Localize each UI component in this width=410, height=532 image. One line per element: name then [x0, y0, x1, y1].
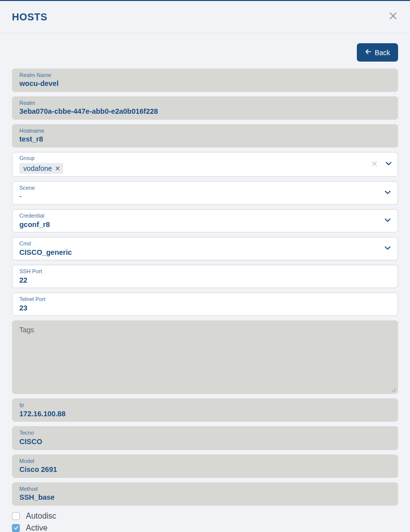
chevron-down-icon	[385, 159, 393, 169]
realm-field: Realm 3eba070a-cbbe-447e-abb0-e2a0b016f2…	[12, 96, 398, 120]
tags-field[interactable]: Tags	[12, 320, 398, 394]
resize-handle[interactable]	[390, 385, 397, 392]
ip-label: Ip	[19, 402, 392, 408]
group-actions	[371, 159, 393, 169]
hostname-field: Hostname test_r8	[12, 124, 398, 148]
credential-label: Credential	[19, 213, 377, 219]
back-button[interactable]: Back	[357, 43, 398, 62]
group-label: Group	[19, 155, 363, 161]
cmd-field[interactable]: Cmd CISCO_generic	[12, 237, 398, 260]
group-chip: vodafone	[19, 163, 63, 174]
credential-field[interactable]: Credential gconf_r8	[12, 209, 398, 232]
autodisc-checkbox[interactable]	[12, 512, 20, 520]
chevron-down-icon	[384, 244, 392, 254]
tecno-label: Tecno	[19, 430, 392, 436]
realm-name-value: wocu-devel	[19, 79, 392, 88]
arrow-left-icon	[365, 48, 372, 57]
autodisc-checkbox-row[interactable]: Autodisc	[12, 510, 398, 522]
group-chip-label: vodafone	[23, 164, 52, 172]
close-icon	[55, 164, 60, 173]
close-icon	[388, 11, 398, 23]
cmd-dropdown-toggle[interactable]	[384, 244, 392, 254]
host-form: Realm Name wocu-devel Realm 3eba070a-cbb…	[0, 69, 410, 532]
hostname-label: Hostname	[19, 128, 392, 134]
chevron-down-icon	[384, 188, 392, 198]
active-checkbox[interactable]	[12, 524, 20, 532]
method-field: Method SSH_base	[12, 482, 398, 506]
realm-label: Realm	[19, 100, 392, 106]
method-label: Method	[19, 486, 392, 492]
modal-title: HOSTS	[12, 11, 47, 23]
autodisc-label: Autodisc	[26, 512, 56, 521]
group-clear-button[interactable]	[371, 160, 378, 169]
realm-value: 3eba070a-cbbe-447e-abb0-e2a0b016f228	[19, 107, 392, 116]
cmd-value: CISCO_generic	[19, 248, 377, 257]
hosts-modal: HOSTS Back Realm Name wocu-devel Realm 3…	[0, 0, 410, 532]
ip-field: Ip 172.16.100.88	[12, 398, 398, 422]
scene-value: -	[19, 192, 377, 201]
model-field: Model Cisco 2691	[12, 455, 398, 478]
tecno-field: Tecno CISCO	[12, 426, 398, 450]
scene-dropdown-toggle[interactable]	[384, 188, 392, 198]
realm-name-field: Realm Name wocu-devel	[12, 69, 398, 92]
group-dropdown-toggle[interactable]	[385, 159, 393, 169]
toolbar: Back	[0, 33, 410, 69]
close-button[interactable]	[388, 11, 398, 23]
credential-dropdown-toggle[interactable]	[384, 216, 392, 226]
close-icon	[371, 160, 378, 169]
ssh-port-label: SSH Port	[19, 268, 392, 275]
active-checkbox-row[interactable]: Active	[12, 522, 398, 532]
model-value: Cisco 2691	[19, 465, 392, 474]
active-label: Active	[26, 524, 48, 532]
ssh-port-input[interactable]	[19, 276, 392, 285]
scene-label: Scene	[19, 185, 377, 191]
modal-header: HOSTS	[0, 1, 410, 33]
chip-remove-button[interactable]	[55, 164, 60, 173]
cmd-label: Cmd	[19, 240, 377, 247]
telnet-port-field[interactable]: Telnet Port	[12, 293, 398, 316]
tecno-value: CISCO	[19, 437, 392, 447]
tags-label: Tags	[19, 324, 392, 334]
back-button-label: Back	[375, 49, 390, 57]
realm-name-label: Realm Name	[19, 72, 392, 78]
scene-field[interactable]: Scene -	[12, 181, 398, 205]
method-value: SSH_base	[19, 493, 392, 502]
group-field[interactable]: Group vodafone	[12, 152, 398, 177]
telnet-port-input[interactable]	[19, 304, 392, 313]
telnet-port-label: Telnet Port	[19, 296, 392, 303]
ssh-port-field[interactable]: SSH Port	[12, 265, 398, 288]
check-icon	[13, 524, 19, 532]
chevron-down-icon	[384, 216, 392, 226]
ip-value: 172.16.100.88	[19, 409, 392, 419]
hostname-value: test_r8	[19, 135, 392, 144]
model-label: Model	[19, 458, 392, 464]
credential-value: gconf_r8	[19, 220, 377, 229]
